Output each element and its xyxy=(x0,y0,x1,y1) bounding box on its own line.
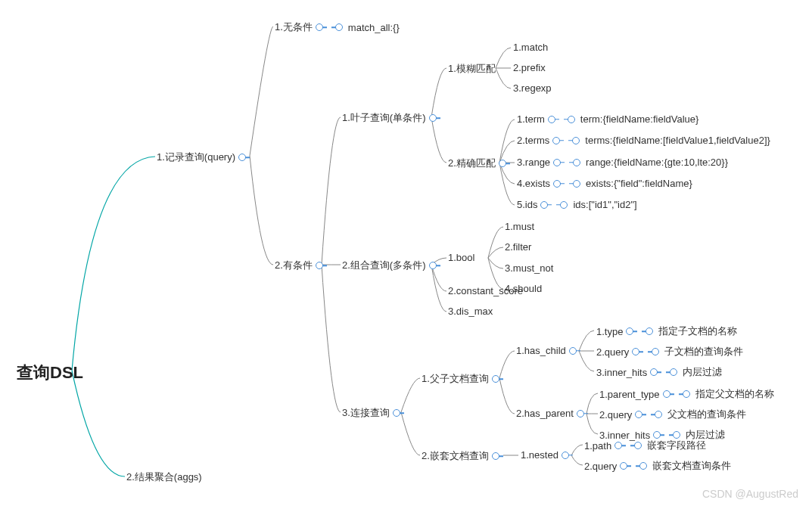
label: 2.query xyxy=(596,346,629,358)
expand-icon[interactable] xyxy=(614,442,622,449)
expand-icon[interactable] xyxy=(620,462,627,470)
desc: 嵌套字段路径 xyxy=(647,439,706,452)
node-dis-max: 3.dis_max xyxy=(448,306,493,317)
node-term: 1.termterm:{fieldName:fieldValue} xyxy=(517,113,698,125)
node-haschild-type: 1.type指定子文档的名称 xyxy=(596,324,737,338)
desc: 父文档的查询条件 xyxy=(667,408,746,421)
expand-icon[interactable] xyxy=(552,137,560,144)
label: 1.parent_type xyxy=(599,389,660,400)
node-leaf-query: 1.叶子查询(单条件) xyxy=(342,111,437,125)
node-must: 1.must xyxy=(505,221,534,232)
root-node: 查询DSL xyxy=(17,362,83,384)
label: 1.term xyxy=(517,113,545,125)
label: 2.filter xyxy=(505,241,531,253)
expand-icon[interactable] xyxy=(540,201,548,209)
label: 1.must xyxy=(505,221,534,232)
label: 3.inner_hits xyxy=(596,367,647,378)
label: 2.prefix xyxy=(513,62,546,73)
node-has-cond: 2.有条件 xyxy=(275,259,323,272)
detail-icon xyxy=(673,431,680,439)
label: 1.无条件 xyxy=(275,20,313,34)
detail-icon xyxy=(572,137,580,144)
label: 1.nested xyxy=(521,449,558,461)
node-aggs: 2.结果聚合(aggs) xyxy=(126,470,202,484)
detail-icon xyxy=(646,327,653,335)
label: 3.dis_max xyxy=(448,306,493,317)
node-exists: 4.existsexists:{"field":fieldName} xyxy=(517,178,692,189)
detail: match_all:{} xyxy=(348,22,400,33)
label: 2.has_parent xyxy=(516,408,574,419)
detail-icon xyxy=(573,180,580,188)
label: 4.exists xyxy=(517,178,550,189)
expand-icon[interactable] xyxy=(316,262,323,269)
expand-icon[interactable] xyxy=(663,390,670,398)
expand-icon[interactable] xyxy=(562,452,569,459)
node-compound-query: 2.组合查询(多条件) xyxy=(342,259,437,272)
node-join-query: 3.连接查询 xyxy=(342,406,400,420)
label: 1.match xyxy=(513,42,548,53)
expand-icon[interactable] xyxy=(626,327,633,335)
expand-icon[interactable] xyxy=(429,262,437,269)
expand-icon[interactable] xyxy=(569,347,577,355)
node-range: 3.rangerange:{fieldName:{gte:10,lte:20}} xyxy=(517,157,728,168)
expand-icon[interactable] xyxy=(492,375,499,383)
label: 2.query xyxy=(584,461,617,472)
desc: range:{fieldName:{gte:10,lte:20}} xyxy=(586,157,728,168)
label: 1.模糊匹配 xyxy=(448,62,496,76)
node-must-not: 3.must_not xyxy=(505,262,553,274)
node-nested: 1.nested xyxy=(521,449,569,461)
label: 5.ids xyxy=(517,199,537,210)
label: 1.叶子查询(单条件) xyxy=(342,111,426,125)
expand-icon[interactable] xyxy=(553,180,561,188)
desc: 内层过滤 xyxy=(683,365,722,379)
desc: terms:{fieldName:[fieldValue1,fieldValue… xyxy=(585,135,770,146)
node-match: 1.match xyxy=(513,42,548,53)
expand-icon[interactable] xyxy=(632,348,639,355)
expand-icon[interactable] xyxy=(492,452,499,460)
node-has-parent: 2.has_parent xyxy=(516,408,584,419)
label: 2.有条件 xyxy=(275,259,313,272)
desc: exists:{"field":fieldName} xyxy=(586,178,692,189)
expand-icon[interactable] xyxy=(316,23,323,31)
expand-icon[interactable] xyxy=(429,114,437,122)
expand-icon[interactable] xyxy=(499,160,506,167)
detail-icon xyxy=(568,116,575,123)
node-terms: 2.termsterms:{fieldName:[fieldValue1,fie… xyxy=(517,135,770,146)
node-prefix: 2.prefix xyxy=(513,62,546,73)
expand-icon[interactable] xyxy=(393,409,400,417)
expand-icon[interactable] xyxy=(577,410,584,417)
desc: ids:["id1","id2"] xyxy=(573,199,636,210)
label: 2.组合查询(多条件) xyxy=(342,259,426,272)
label: 2.嵌套文档查询 xyxy=(422,449,489,463)
expand-icon[interactable] xyxy=(238,154,246,161)
expand-icon[interactable] xyxy=(548,116,555,123)
expand-icon[interactable] xyxy=(635,411,642,418)
node-bool: 1.bool xyxy=(448,252,474,263)
detail-icon xyxy=(655,411,662,418)
detail-icon xyxy=(335,23,343,31)
desc: 嵌套文档查询条件 xyxy=(652,459,731,473)
label: 2.结果聚合(aggs) xyxy=(126,470,202,484)
label: 1.type xyxy=(596,326,623,337)
node-query: 1.记录查询(query) xyxy=(157,151,246,164)
label: 1.has_child xyxy=(516,345,566,356)
label: 2.精确匹配 xyxy=(448,157,496,170)
node-hasparent-type: 1.parent_type指定父文档的名称 xyxy=(599,387,774,401)
watermark: CSDN @AugustRed xyxy=(702,488,798,500)
expand-icon[interactable] xyxy=(553,159,561,166)
expand-icon[interactable] xyxy=(650,368,658,376)
label: 3.range xyxy=(517,157,550,168)
node-hasparent-query: 2.query父文档的查询条件 xyxy=(599,408,746,421)
node-should: 4.should xyxy=(505,283,542,294)
label: 1.记录查询(query) xyxy=(157,151,235,164)
node-nested-doc: 2.嵌套文档查询 xyxy=(422,449,499,463)
label: 1.bool xyxy=(448,252,474,263)
node-nested-query: 2.query嵌套文档查询条件 xyxy=(584,459,731,473)
node-no-cond: 1.无条件match_all:{} xyxy=(275,20,400,34)
node-exact: 2.精确匹配 xyxy=(448,157,506,170)
label: 2.query xyxy=(599,409,632,421)
expand-icon[interactable] xyxy=(653,431,661,439)
detail-icon xyxy=(652,348,659,355)
node-ids: 5.idsids:["id1","id2"] xyxy=(517,199,637,210)
node-haschild-innerhits: 3.inner_hits内层过滤 xyxy=(596,365,722,379)
